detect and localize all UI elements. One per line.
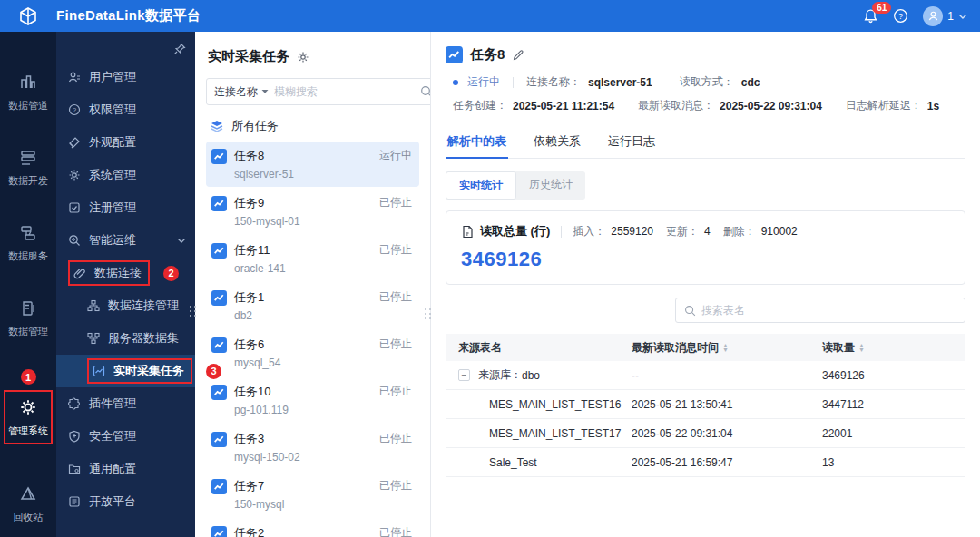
- task-list-item[interactable]: 任务2roxy 已停止: [206, 519, 419, 537]
- sidebar-item-realtime-collection-task[interactable]: 实时采集任务 3: [56, 355, 195, 387]
- latest-read-label: 最新读取消息：: [638, 98, 714, 113]
- sidebar-item-general-config[interactable]: 通用配置: [56, 453, 195, 485]
- sidebar-item-data-connection-management[interactable]: 数据连接管理: [56, 289, 195, 322]
- tab-run-logs[interactable]: 运行日志: [606, 128, 657, 158]
- pin-icon[interactable]: [173, 43, 186, 55]
- permission-icon: ?: [68, 103, 81, 116]
- edit-task-name-button[interactable]: [512, 49, 524, 62]
- col-label: 最新读取消息时间: [632, 340, 719, 356]
- sidebar-item-label: 安全管理: [89, 428, 136, 444]
- task-status: 已停止: [379, 337, 412, 352]
- annotation-step-3: 3: [206, 364, 221, 379]
- table-group-row[interactable]: − 来源库： dbo -- 3469126: [446, 361, 965, 390]
- task-icon: [446, 46, 463, 63]
- rail-item-recycle-bin[interactable]: 回收站: [14, 485, 44, 524]
- stats-subtabs: 实时统计 历史统计: [446, 171, 585, 200]
- table-search-box[interactable]: [675, 298, 965, 323]
- pencil-icon: [512, 49, 524, 62]
- help-button[interactable]: ?: [893, 8, 908, 24]
- task-list-item[interactable]: 任务7150-mysql 已停止: [206, 472, 419, 517]
- annotation-box-realtime-task: 实时采集任务: [87, 358, 192, 384]
- task-search-input[interactable]: [274, 85, 415, 98]
- sort-icon[interactable]: ▲▼: [858, 343, 865, 352]
- sidebar-item-server-dataset[interactable]: 服务器数据集: [56, 322, 195, 355]
- sidebar-item-user-management[interactable]: 用户管理: [56, 61, 195, 93]
- search-field-selector[interactable]: 连接名称: [214, 84, 269, 100]
- table-row[interactable]: MES_MAIN_LIST_TEST16 2025-05-21 13:50:41…: [446, 390, 965, 419]
- realtime-task-icon: [93, 365, 105, 377]
- delete-label: 删除：: [723, 224, 756, 239]
- panel-settings-button[interactable]: [297, 51, 309, 63]
- user-management-icon: [68, 71, 81, 83]
- app-logo: [0, 6, 56, 26]
- col-latest-time[interactable]: 最新读取消息时间 ▲▼: [632, 340, 822, 356]
- task-icon: [211, 337, 227, 353]
- insert-value: 2559120: [611, 225, 653, 238]
- task-icon: [211, 149, 227, 164]
- cell-count: 3469126: [822, 369, 965, 382]
- task-search-box[interactable]: 连接名称: [206, 78, 431, 105]
- question-icon: ?: [893, 8, 908, 24]
- all-tasks-node[interactable]: 所有任务: [210, 118, 419, 134]
- task-icon: [211, 385, 227, 400]
- plugin-icon: [68, 397, 81, 410]
- task-name: 任务3: [234, 432, 264, 445]
- sidebar-item-register-management[interactable]: 注册管理: [56, 191, 195, 224]
- sidebar-item-system-management[interactable]: 系统管理: [56, 159, 195, 191]
- appearance-icon: [68, 136, 81, 149]
- parse-delay-value: 1s: [927, 100, 939, 112]
- sidebar-item-intelligent-ops[interactable]: 智能运维: [56, 224, 195, 257]
- connection-nodes-icon: [87, 299, 100, 312]
- task-list-item[interactable]: 任务10pg-101.119 已停止: [206, 377, 419, 423]
- created-value: 2025-05-21 11:21:54: [513, 100, 614, 112]
- rail-item-data-manage[interactable]: 数据管理: [8, 299, 48, 338]
- sidebar-item-label: 外观配置: [89, 134, 136, 151]
- sidebar-resize-handle[interactable]: [190, 306, 197, 320]
- data-manage-icon: [19, 299, 37, 317]
- tab-parsing-tables[interactable]: 解析中的表: [446, 128, 508, 158]
- task-list-item[interactable]: 任务3mysql-150-02 已停止: [206, 425, 419, 470]
- subtab-realtime-stats[interactable]: 实时统计: [446, 171, 516, 200]
- sidebar-item-data-connection[interactable]: 数据连接 2: [56, 257, 195, 289]
- user-menu[interactable]: 1: [923, 6, 967, 26]
- task-list-item[interactable]: 任务11oracle-141 已停止: [206, 236, 419, 281]
- rail-item-data-pipeline[interactable]: 数据管道: [8, 73, 48, 112]
- rail-item-data-service[interactable]: 数据服务: [8, 224, 48, 263]
- sidebar-item-security-management[interactable]: 安全管理: [56, 420, 195, 453]
- rail-item-label: 回收站: [14, 511, 44, 524]
- task-name: 任务8: [234, 149, 264, 162]
- read-total-value: 3469126: [461, 248, 950, 271]
- rail-item-data-develop[interactable]: 数据开发: [8, 149, 48, 188]
- panel-resize-handle[interactable]: [425, 308, 432, 323]
- notifications-button[interactable]: 61: [863, 8, 878, 24]
- collapse-toggle[interactable]: −: [458, 369, 470, 381]
- sidebar-item-permission-management[interactable]: ? 权限管理: [56, 93, 195, 126]
- table-row[interactable]: Sale_Test 2025-05-21 16:59:47 13: [446, 448, 965, 477]
- task-name: 任务10: [234, 385, 270, 398]
- task-name: 任务1: [234, 290, 264, 304]
- task-list-item[interactable]: 任务1db2 已停止: [206, 283, 419, 328]
- detail-tabs: 解析中的表 依赖关系 运行日志: [446, 128, 965, 159]
- task-connection: sqlserver-51: [234, 168, 294, 181]
- cell-time: 2025-05-21 16:59:47: [632, 456, 822, 469]
- user-count: 1: [947, 10, 954, 23]
- subtab-history-stats[interactable]: 历史统计: [516, 171, 585, 200]
- server-dataset-icon: [87, 332, 100, 345]
- latest-read-value: 2025-05-22 09:31:04: [720, 100, 822, 112]
- task-list-item[interactable]: 任务6mysql_54 已停止: [206, 330, 419, 376]
- sort-icon[interactable]: ▲▼: [722, 343, 729, 352]
- col-read-count[interactable]: 读取量 ▲▼: [822, 340, 965, 356]
- task-list-item[interactable]: 任务9150-mysql-01 已停止: [206, 189, 419, 234]
- sidebar-item-appearance-config[interactable]: 外观配置: [56, 126, 195, 159]
- sidebar-item-open-platform[interactable]: 开放平台: [56, 485, 195, 518]
- sidebar-item-plugin-management[interactable]: 插件管理: [56, 387, 195, 420]
- table-search-input[interactable]: [701, 304, 956, 317]
- task-list-item[interactable]: 任务8sqlserver-51 运行中: [206, 142, 419, 187]
- user-icon: [927, 10, 939, 22]
- tab-dependencies[interactable]: 依赖关系: [532, 128, 583, 158]
- primary-nav-rail: 数据管道 数据开发 数据服务 数据管理 1: [0, 32, 56, 537]
- rail-item-admin-system[interactable]: 管理系统: [4, 390, 53, 444]
- task-connection: oracle-141: [234, 262, 286, 275]
- table-row[interactable]: MES_MAIN_LIST_TEST17 2025-05-22 09:31:04…: [446, 419, 965, 448]
- sidebar-item-label: 服务器数据集: [108, 330, 179, 347]
